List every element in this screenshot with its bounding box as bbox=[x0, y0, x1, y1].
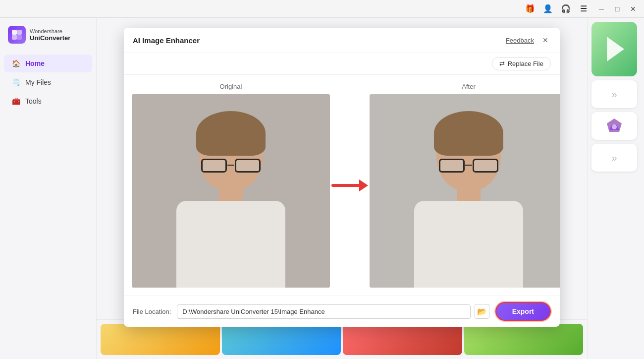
nav-card-right-2[interactable]: » bbox=[591, 144, 637, 172]
dialog-header: AI Image Enhancer Feedback ✕ bbox=[124, 28, 560, 53]
thumbnail-3[interactable] bbox=[343, 324, 462, 355]
export-button[interactable]: Export bbox=[495, 302, 551, 321]
chevrons-right-icon-2: » bbox=[611, 152, 617, 164]
original-side: Original bbox=[132, 83, 330, 288]
file-location-label: File Location: bbox=[133, 308, 171, 315]
folder-browse-button[interactable]: 📂 bbox=[475, 304, 489, 319]
promo-card-purple[interactable] bbox=[591, 112, 637, 140]
person-silhouette-after bbox=[394, 104, 543, 288]
myfiles-label: My Files bbox=[25, 78, 51, 86]
svg-marker-4 bbox=[607, 37, 624, 61]
tools-label: Tools bbox=[25, 97, 42, 105]
thumb-content-1 bbox=[101, 324, 220, 355]
svg-point-5 bbox=[612, 124, 617, 129]
svg-rect-2 bbox=[12, 35, 17, 40]
dialog-title: AI Image Enhancer bbox=[133, 36, 200, 45]
dialog-toolbar: ⇄ Replace File bbox=[124, 53, 560, 75]
dialog-footer: File Location: D:\Wondershare UniConvert… bbox=[124, 296, 560, 327]
folder-icon: 📂 bbox=[477, 307, 487, 316]
dialog-overlay: AI Image Enhancer Feedback ✕ ⇄ Replace F… bbox=[97, 18, 587, 319]
replace-file-label: Replace File bbox=[508, 60, 543, 67]
thumb-content-2 bbox=[222, 324, 341, 355]
logo-text: Wondershare UniConverter bbox=[30, 28, 70, 42]
thumbnail-2[interactable] bbox=[222, 324, 341, 355]
replace-file-button[interactable]: ⇄ Replace File bbox=[492, 57, 551, 70]
home-icon: 🏠 bbox=[12, 60, 20, 67]
file-path-select[interactable]: D:\Wondershare UniConverter 15\Image Enh… bbox=[177, 304, 470, 319]
title-bar: 🎁 👤 🎧 ☰ ─ □ ✕ bbox=[0, 0, 644, 18]
replace-icon: ⇄ bbox=[499, 60, 505, 67]
feedback-link[interactable]: Feedback bbox=[506, 37, 534, 44]
red-arrow-icon bbox=[331, 180, 368, 191]
image-compare-area: Original bbox=[124, 75, 560, 296]
menu-icon[interactable]: ☰ bbox=[577, 2, 590, 16]
thumbnail-4[interactable] bbox=[464, 324, 584, 355]
after-label: After bbox=[462, 83, 475, 90]
sidebar-item-myfiles[interactable]: 🗒️ My Files bbox=[4, 73, 92, 91]
svg-rect-0 bbox=[12, 30, 17, 35]
compare-arrow bbox=[330, 180, 370, 191]
after-image bbox=[370, 94, 560, 288]
person-silhouette-original bbox=[157, 104, 305, 288]
promo-icon-purple bbox=[604, 116, 624, 136]
path-selector-wrap: D:\Wondershare UniConverter 15\Image Enh… bbox=[177, 304, 489, 319]
sidebar-item-home[interactable]: 🏠 Home bbox=[4, 55, 92, 72]
dialog-header-right: Feedback ✕ bbox=[506, 35, 551, 46]
home-label: Home bbox=[25, 60, 45, 67]
nav-card-right-1[interactable]: » bbox=[591, 80, 637, 108]
logo-icon bbox=[8, 26, 26, 44]
tools-icon: 🧰 bbox=[12, 97, 20, 105]
svg-rect-1 bbox=[17, 30, 22, 35]
myfiles-icon: 🗒️ bbox=[12, 78, 20, 86]
svg-rect-3 bbox=[17, 35, 22, 40]
app-name: UniConverter bbox=[30, 34, 70, 42]
dialog-close-button[interactable]: ✕ bbox=[540, 35, 551, 46]
thumb-content-3 bbox=[343, 324, 462, 355]
right-panel: » » bbox=[587, 18, 644, 359]
minimize-button[interactable]: ─ bbox=[594, 2, 608, 16]
thumbnail-1[interactable] bbox=[101, 324, 220, 355]
after-portrait bbox=[370, 94, 560, 288]
brand-name: Wondershare bbox=[30, 28, 70, 34]
sidebar: Wondershare UniConverter 🏠 Home 🗒️ My Fi… bbox=[0, 18, 97, 359]
main-content: AI Image Enhancer Feedback ✕ ⇄ Replace F… bbox=[97, 18, 587, 359]
ai-image-enhancer-dialog: AI Image Enhancer Feedback ✕ ⇄ Replace F… bbox=[124, 28, 560, 327]
sidebar-item-tools[interactable]: 🧰 Tools bbox=[4, 92, 92, 110]
after-side: After bbox=[370, 83, 560, 288]
close-button[interactable]: ✕ bbox=[626, 2, 640, 16]
chevrons-right-icon-1: » bbox=[611, 89, 617, 100]
original-image bbox=[132, 94, 330, 288]
thumb-content-4 bbox=[464, 324, 584, 355]
promo-icon-green bbox=[602, 34, 627, 64]
maximize-button[interactable]: □ bbox=[610, 2, 624, 16]
original-portrait bbox=[132, 94, 330, 288]
promo-card-green[interactable] bbox=[591, 22, 637, 76]
original-label: Original bbox=[220, 83, 242, 90]
support-icon[interactable]: 🎧 bbox=[559, 2, 573, 16]
app-body: Wondershare UniConverter 🏠 Home 🗒️ My Fi… bbox=[0, 18, 644, 359]
gift-icon[interactable]: 🎁 bbox=[523, 2, 537, 16]
account-icon[interactable]: 👤 bbox=[541, 2, 555, 16]
app-logo: Wondershare UniConverter bbox=[0, 24, 96, 54]
